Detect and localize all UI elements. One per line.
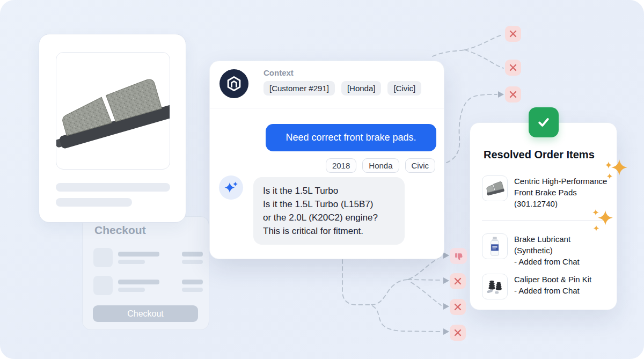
item-line: - Added from Chat [514, 285, 591, 296]
checkout-item-thumb-placeholder [93, 276, 113, 295]
sparkle-icon [600, 157, 630, 187]
order-item-brake-lubricant: Brake Lubricant (Synthetic) - Added from… [482, 233, 580, 267]
placeholder-bar [56, 198, 132, 207]
ai-message-bubble: Is it the 1.5L Turbo Is it the 1.5L Turb… [253, 177, 405, 245]
placeholder-bar [182, 280, 203, 284]
checkout-card: Checkout Checkout [82, 216, 209, 330]
brand-logo-icon [219, 69, 248, 98]
vehicle-chip-model: Civic [405, 158, 436, 173]
sparkle-icon [588, 208, 616, 235]
product-card [39, 34, 186, 223]
thumbs-down-icon [450, 248, 467, 264]
placeholder-bar [182, 252, 203, 257]
illustration-canvas: Checkout Checkout [0, 0, 644, 359]
divider [210, 108, 444, 108]
resolved-card-title: Resolved Order Items [484, 149, 595, 161]
ai-message-line: This is critical for fitment. [263, 224, 395, 238]
lubricant-bottle-thumb-icon [482, 233, 508, 259]
order-item-brake-pads: Centric High-Performance Front Brake Pad… [482, 175, 607, 209]
rejected-x-icon [505, 86, 521, 102]
item-line: Caliper Boot & Pin Kit [514, 274, 591, 285]
product-image-frame [56, 52, 170, 170]
item-line: - Added from Chat [514, 256, 580, 267]
divider [482, 220, 606, 221]
item-line: Brake Lubricant [514, 233, 580, 245]
ai-sparkles-icon [219, 175, 243, 200]
ai-message-line: Is it the 1.5L Turbo [263, 184, 395, 197]
context-chip-customer: [Customer #291] [264, 81, 335, 96]
placeholder-bar [118, 288, 145, 292]
checkout-item-thumb-placeholder [93, 248, 113, 267]
item-line: (301.12740) [514, 198, 607, 209]
rejected-x-icon [450, 325, 466, 341]
context-chips: [Customer #291] [Honda] [Civic] [264, 81, 421, 96]
context-chip-model: [Civic] [387, 81, 421, 96]
vehicle-chips: 2018 Honda Civic [326, 158, 435, 173]
placeholder-bar [182, 260, 203, 264]
vehicle-chip-make: Honda [362, 158, 399, 173]
caliper-kit-thumb-icon [482, 274, 508, 299]
placeholder-bar [118, 252, 159, 257]
placeholder-bar [118, 280, 159, 284]
rejected-x-icon [505, 26, 521, 42]
context-chip-make: [Honda] [341, 81, 382, 96]
order-item-caliper-kit: Caliper Boot & Pin Kit - Added from Chat [482, 274, 591, 299]
rejected-x-icon [505, 60, 521, 76]
ai-message-line: or the 2.0L (K20C2) engine? [263, 211, 395, 224]
ai-message-line: Is it the 1.5L Turbo (L15B7) [263, 197, 395, 211]
item-line: (Synthetic) [514, 245, 580, 256]
user-message-bubble: Need correct front brake pads. [266, 124, 436, 151]
item-line: Centric High-Performance [514, 175, 607, 187]
brake-pads-image [56, 53, 170, 169]
placeholder-bar [182, 288, 203, 292]
placeholder-bar [118, 260, 145, 264]
checkout-card-title: Checkout [94, 224, 146, 237]
context-label: Context [264, 68, 294, 77]
brake-pads-thumb-icon [482, 175, 508, 201]
success-check-icon [529, 107, 559, 137]
rejected-x-icon [450, 299, 466, 315]
placeholder-bar [56, 183, 170, 192]
vehicle-chip-year: 2018 [326, 158, 356, 173]
rejected-x-icon [450, 273, 466, 289]
checkout-button[interactable]: Checkout [93, 305, 198, 322]
chat-context-card: Context [Customer #291] [Honda] [Civic] … [209, 61, 444, 259]
item-line: Front Brake Pads [514, 187, 607, 198]
